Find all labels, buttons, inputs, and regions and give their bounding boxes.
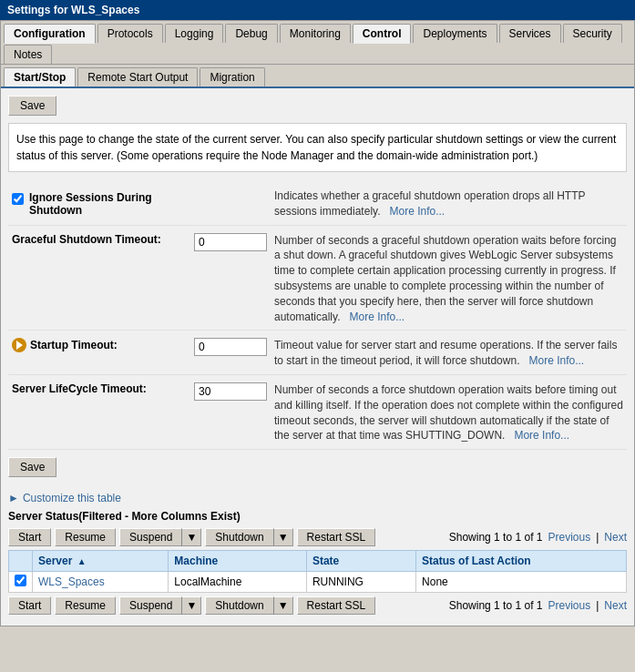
chevron-down-icon-4: ▼ xyxy=(278,599,289,612)
server-status-toolbar-top: Start Resume Suspend ▼ Shutdown ▼ xyxy=(8,528,627,546)
suspend-arrow-top[interactable]: ▼ xyxy=(181,528,201,546)
chevron-down-icon-3: ▼ xyxy=(186,599,197,612)
sub-tab-start-stop[interactable]: Start/Stop xyxy=(4,67,76,87)
tab-debug[interactable]: Debug xyxy=(225,24,277,43)
row-checkbox-cell xyxy=(9,572,33,593)
previous-link-bottom[interactable]: Previous xyxy=(548,599,591,612)
settings-form: Ignore Sessions During Shutdown Indicate… xyxy=(8,183,627,450)
server-status-title: Server Status(Filtered - More Columns Ex… xyxy=(8,510,627,523)
customize-arrow-icon: ► xyxy=(8,492,19,504)
column-header-last-action: Status of Last Action xyxy=(416,551,627,572)
resume-button-bottom[interactable]: Resume xyxy=(55,596,116,615)
graceful-timeout-row: Graceful Shutdown Timeout: Number of sec… xyxy=(8,225,627,331)
graceful-timeout-input[interactable] xyxy=(194,233,267,251)
server-link[interactable]: WLS_Spaces xyxy=(38,575,105,588)
shutdown-arrow-top[interactable]: ▼ xyxy=(273,528,293,546)
tab-logging[interactable]: Logging xyxy=(165,24,224,43)
lifecycle-timeout-row: Server LifeCycle Timeout: Number of seco… xyxy=(8,374,627,449)
server-status-section: Server Status(Filtered - More Columns Ex… xyxy=(8,510,627,615)
table-checkbox-header xyxy=(9,551,33,572)
last-action-cell: None xyxy=(416,572,627,593)
tab-configuration[interactable]: Configuration xyxy=(4,24,96,44)
next-link-top[interactable]: Next xyxy=(604,531,627,544)
start-button-bottom[interactable]: Start xyxy=(8,596,51,615)
tab-control[interactable]: Control xyxy=(353,24,412,44)
ignore-sessions-more-info[interactable]: More Info... xyxy=(390,205,446,218)
shutdown-arrow-bottom[interactable]: ▼ xyxy=(273,596,293,615)
startup-timeout-input[interactable] xyxy=(194,338,267,356)
start-button-top[interactable]: Start xyxy=(8,528,51,546)
table-row: WLS_Spaces LocalMachine RUNNING None xyxy=(9,572,627,593)
sub-tab-remote-start-output[interactable]: Remote Start Output xyxy=(77,67,198,87)
resume-button-top[interactable]: Resume xyxy=(55,528,116,546)
info-box: Use this page to change the state of the… xyxy=(8,123,627,172)
shutdown-dropdown-top[interactable]: Shutdown ▼ xyxy=(205,528,292,546)
next-link-bottom[interactable]: Next xyxy=(604,599,627,612)
sub-tab-migration[interactable]: Migration xyxy=(200,67,264,87)
save-button-top[interactable]: Save xyxy=(8,96,56,116)
tab-monitoring[interactable]: Monitoring xyxy=(280,24,351,43)
ignore-sessions-checkbox[interactable] xyxy=(12,193,24,205)
column-header-server[interactable]: Server ▲ xyxy=(33,551,169,572)
save-button-bottom[interactable]: Save xyxy=(8,457,56,477)
main-tab-bar: Configuration Protocols Logging Debug Mo… xyxy=(1,21,634,65)
tab-protocols[interactable]: Protocols xyxy=(97,24,163,43)
suspend-dropdown-bottom[interactable]: Suspend ▼ xyxy=(119,596,201,615)
startup-icon xyxy=(12,338,26,352)
graceful-timeout-more-info[interactable]: More Info... xyxy=(350,311,405,323)
lifecycle-timeout-input[interactable] xyxy=(194,382,267,401)
window-title: Settings for WLS_Spaces xyxy=(7,4,139,16)
lifecycle-timeout-more-info[interactable]: More Info... xyxy=(514,429,569,442)
tab-security[interactable]: Security xyxy=(563,24,622,43)
state-cell: RUNNING xyxy=(306,572,415,593)
paging-info-top: Showing 1 to 1 of 1 Previous | Next xyxy=(449,531,627,544)
column-header-state: State xyxy=(306,551,415,572)
previous-link-top[interactable]: Previous xyxy=(548,531,591,544)
server-status-toolbar-bottom: Start Resume Suspend ▼ Shutdown ▼ xyxy=(8,596,627,615)
machine-cell: LocalMachine xyxy=(169,572,307,593)
tab-deployments[interactable]: Deployments xyxy=(413,24,497,43)
tab-services[interactable]: Services xyxy=(499,24,561,43)
sub-tab-bar: Start/Stop Remote Start Output Migration xyxy=(1,65,634,88)
suspend-dropdown-top[interactable]: Suspend ▼ xyxy=(119,528,201,546)
server-name-cell: WLS_Spaces xyxy=(33,572,169,593)
window-title-bar: Settings for WLS_Spaces xyxy=(0,0,635,20)
column-header-machine: Machine xyxy=(169,551,307,572)
paging-info-bottom: Showing 1 to 1 of 1 Previous | Next xyxy=(449,599,627,612)
chevron-down-icon: ▼ xyxy=(186,531,197,544)
chevron-down-icon-2: ▼ xyxy=(278,531,289,544)
server-status-table: Server ▲ Machine State Status of Last Ac… xyxy=(8,550,627,593)
restart-ssl-button-top[interactable]: Restart SSL xyxy=(297,528,376,546)
sort-icon-server: ▲ xyxy=(77,556,87,566)
tab-notes[interactable]: Notes xyxy=(4,45,52,64)
suspend-arrow-bottom[interactable]: ▼ xyxy=(181,596,201,615)
restart-ssl-button-bottom[interactable]: Restart SSL xyxy=(297,596,376,615)
startup-timeout-more-info[interactable]: More Info... xyxy=(528,354,584,367)
shutdown-dropdown-bottom[interactable]: Shutdown ▼ xyxy=(205,596,292,615)
row-checkbox[interactable] xyxy=(15,575,26,586)
ignore-sessions-row: Ignore Sessions During Shutdown Indicate… xyxy=(8,183,627,225)
startup-timeout-row: Startup Timeout: Timeout value for serve… xyxy=(8,331,627,375)
customize-table-link[interactable]: ► Customize this table xyxy=(8,492,627,504)
